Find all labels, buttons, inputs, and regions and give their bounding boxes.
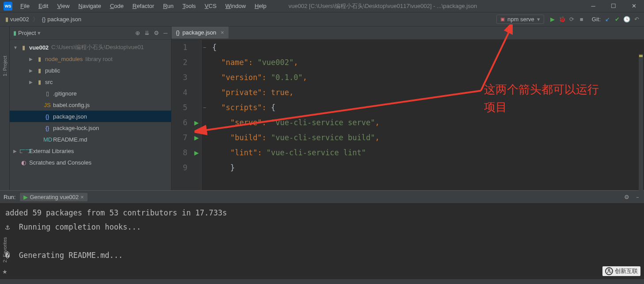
minimize-button[interactable]: ─ bbox=[583, 0, 603, 12]
code-content[interactable]: { "name": "vue002", "version": "0.1.0", … bbox=[208, 40, 644, 190]
sidebar-tab-favorites[interactable]: 2: Favorites bbox=[1, 234, 8, 265]
star-icon[interactable]: ★ bbox=[2, 269, 8, 275]
project-tool-window: ▮ Project ▾ ⊕ ⇊ ⚙ ─ ▼▮vue002C:\Users\编程小… bbox=[10, 27, 171, 190]
run-panel-label: Run: bbox=[4, 194, 15, 200]
editor-tab-label: package.json bbox=[183, 29, 217, 36]
side-tab-strip: 1: Project bbox=[0, 27, 10, 190]
menu-view[interactable]: View bbox=[53, 1, 74, 11]
breadcrumb-root[interactable]: ▮ vue002 bbox=[3, 15, 32, 23]
chevron-right-icon: 〉 bbox=[33, 15, 38, 23]
folder-icon: ▮ bbox=[5, 16, 8, 23]
window-title: vue002 [C:\Users\编程小石头\Desktop\vue0117\v… bbox=[289, 2, 477, 10]
tree-item--gitignore[interactable]: ▯.gitignore bbox=[10, 88, 171, 99]
project-icon: ▮ bbox=[13, 30, 16, 36]
tree-item-package-json[interactable]: {}package.json bbox=[10, 111, 171, 122]
tree-scratches[interactable]: ◐Scratches and Consoles bbox=[10, 157, 171, 168]
editor-area: {} package.json × 123456789 ▶▶▶ – – { "n… bbox=[171, 27, 644, 190]
run-marker-gutter[interactable]: ▶▶▶ bbox=[192, 40, 202, 190]
tree-item-package-lock-json[interactable]: {}package-lock.json bbox=[10, 122, 171, 134]
menu-tools[interactable]: Tools bbox=[178, 1, 200, 11]
run-tab[interactable]: ▶ Generating vue002 × bbox=[20, 193, 87, 201]
git-label: Git: bbox=[592, 16, 601, 23]
run-tool-window: Run: ▶ Generating vue002 × ⚙ ─ added 59 … bbox=[0, 190, 644, 279]
project-tree: ▼▮vue002C:\Users\编程小石头\Desktop\vue01▶▮no… bbox=[10, 40, 171, 190]
gear-icon[interactable]: ⚙ bbox=[624, 194, 629, 200]
run-tab-label: Generating vue002 bbox=[30, 194, 79, 200]
maximize-button[interactable]: ☐ bbox=[603, 0, 624, 12]
tree-item-babel-config-js[interactable]: JSbabel.config.js bbox=[10, 99, 171, 111]
sidebar-tab-project[interactable]: 1: Project bbox=[1, 53, 8, 79]
menu-bar: WS FileEditViewNavigateCodeRefactorRunTo… bbox=[0, 0, 644, 12]
git-update-button[interactable]: ↙ bbox=[602, 16, 612, 23]
close-tab-icon[interactable]: × bbox=[221, 29, 224, 36]
menu-refactor[interactable]: Refactor bbox=[128, 1, 159, 11]
breadcrumb-root-label: vue002 bbox=[10, 16, 29, 23]
tree-item-src[interactable]: ▶▮src bbox=[10, 76, 171, 88]
run-config-selector[interactable]: ▣ npm serve ▾ bbox=[496, 15, 544, 24]
git-history-button[interactable]: 🕓 bbox=[622, 16, 632, 23]
debug-button[interactable]: 🐞 bbox=[557, 16, 567, 23]
json-file-icon: {} bbox=[42, 16, 46, 23]
tree-item-public[interactable]: ▶▮public bbox=[10, 65, 171, 76]
close-tab-icon[interactable]: × bbox=[80, 194, 84, 200]
npm-icon: ▣ bbox=[500, 16, 505, 22]
app-logo-icon: WS bbox=[4, 2, 12, 11]
tree-root[interactable]: ▼▮vue002C:\Users\编程小石头\Desktop\vue01 bbox=[10, 42, 171, 53]
locate-icon[interactable]: ⊕ bbox=[135, 30, 140, 36]
menu-items: FileEditViewNavigateCodeRefactorRunTools… bbox=[16, 3, 271, 9]
git-commit-button[interactable]: ✔ bbox=[612, 16, 622, 23]
collapse-all-icon[interactable]: ⇊ bbox=[145, 30, 149, 36]
left-bottom-tab-strip: 2: Favorites ★ bbox=[0, 200, 10, 284]
breadcrumb-file-label: package.json bbox=[47, 16, 81, 23]
editor-scrollbar[interactable] bbox=[639, 54, 643, 200]
gear-icon[interactable]: ⚙ bbox=[154, 30, 159, 36]
watermark-text: 创新互联 bbox=[615, 267, 638, 275]
editor-tab-package-json[interactable]: {} package.json × bbox=[171, 27, 229, 39]
tree-item-README-md[interactable]: MDREADME.md bbox=[10, 134, 171, 145]
menu-navigate[interactable]: Navigate bbox=[74, 1, 105, 11]
console-output[interactable]: added 59 packages from 53 contributors i… bbox=[0, 203, 644, 279]
breadcrumb-file[interactable]: {} package.json bbox=[39, 15, 84, 23]
coverage-button[interactable]: ⟳ bbox=[567, 16, 577, 23]
play-icon: ▶ bbox=[23, 194, 28, 200]
project-title: Project bbox=[18, 30, 36, 36]
close-button[interactable]: ✕ bbox=[624, 0, 644, 12]
json-file-icon: {} bbox=[176, 29, 180, 36]
run-button[interactable]: ▶ bbox=[548, 16, 557, 23]
project-view-selector[interactable]: ▮ Project ▾ bbox=[13, 30, 41, 36]
git-revert-button[interactable]: ↶ bbox=[632, 16, 641, 23]
menu-vcs[interactable]: VCS bbox=[200, 1, 221, 11]
hide-icon[interactable]: ─ bbox=[164, 30, 168, 36]
stop-button[interactable]: ■ bbox=[577, 16, 587, 23]
menu-edit[interactable]: Edit bbox=[34, 1, 53, 11]
chevron-down-icon: ▾ bbox=[537, 16, 540, 23]
fold-gutter[interactable]: – – bbox=[202, 40, 208, 190]
menu-code[interactable]: Code bbox=[106, 1, 128, 11]
menu-help[interactable]: Help bbox=[250, 1, 271, 11]
menu-window[interactable]: Window bbox=[221, 1, 250, 11]
line-number-gutter: 123456789 bbox=[171, 40, 192, 190]
editor-body[interactable]: 123456789 ▶▶▶ – – { "name": "vue002", "v… bbox=[171, 40, 644, 190]
navigation-bar: ▮ vue002 〉 {} package.json ▣ npm serve ▾… bbox=[0, 12, 644, 27]
tree-external-libraries[interactable]: ▶⫍⫎External Libraries bbox=[10, 145, 171, 157]
watermark-icon: 凡 bbox=[605, 267, 613, 275]
chevron-down-icon: ▾ bbox=[38, 30, 41, 36]
tree-item-node_modules[interactable]: ▶▮node_moduleslibrary root bbox=[10, 53, 171, 65]
menu-run[interactable]: Run bbox=[159, 1, 178, 11]
watermark: 凡 创新互联 bbox=[602, 266, 640, 276]
menu-file[interactable]: File bbox=[16, 1, 34, 11]
run-config-label: npm serve bbox=[507, 16, 534, 23]
